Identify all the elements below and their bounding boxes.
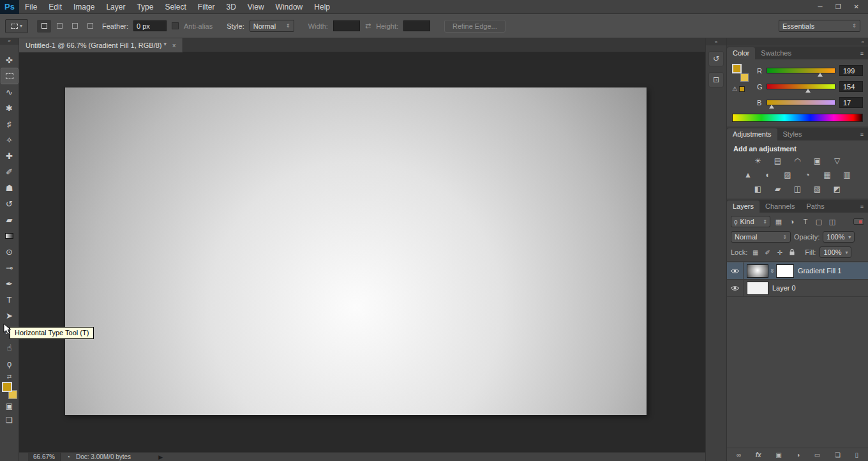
style-select[interactable]: Normal ⇕ — [250, 20, 294, 32]
status-menu-arrow-icon[interactable]: ▶ — [158, 454, 163, 460]
history-panel-button[interactable]: ↺ — [708, 51, 724, 66]
layer-list-empty-area[interactable] — [727, 297, 868, 448]
crop-tool[interactable]: ♯ — [1, 116, 18, 132]
adjustments-panel-menu-icon[interactable]: ≡ — [856, 129, 868, 140]
hand-tool[interactable]: ☝ — [1, 340, 18, 355]
slider-caret[interactable] — [805, 89, 811, 93]
width-input[interactable] — [333, 20, 360, 31]
horizontal-type-tool[interactable]: T — [1, 292, 18, 307]
visibility-toggle[interactable] — [727, 262, 744, 279]
exposure-icon[interactable]: ▣ — [811, 156, 825, 166]
photo-filter-icon[interactable]: ◔ — [800, 170, 814, 180]
red-value-field[interactable]: 199 — [839, 65, 863, 76]
move-tool[interactable]: ✜ — [1, 52, 18, 68]
layer-name[interactable]: Layer 0 — [772, 284, 796, 292]
curves-icon[interactable]: ◠ — [791, 156, 805, 166]
lock-position-icon[interactable]: ✛ — [775, 249, 784, 256]
eraser-tool[interactable]: ▰ — [1, 212, 18, 227]
new-layer-icon[interactable]: ❏ — [835, 451, 841, 458]
threshold-icon[interactable]: ◫ — [791, 185, 805, 194]
delete-layer-icon[interactable]: ▯ — [855, 451, 858, 458]
dodge-tool[interactable]: ⊸ — [1, 260, 18, 275]
layer-mask-thumbnail[interactable] — [776, 264, 794, 278]
filter-smart-objects-icon[interactable]: ◫ — [827, 218, 837, 226]
tab-channels[interactable]: Channels — [760, 200, 800, 213]
status-icon[interactable]: ◔ — [66, 453, 70, 460]
slider-caret[interactable] — [769, 105, 774, 109]
color-spectrum-ramp[interactable] — [732, 114, 863, 122]
filter-adjustment-layers-icon[interactable]: ◑ — [787, 218, 797, 225]
menu-select[interactable]: Select — [159, 0, 191, 14]
filter-shape-layers-icon[interactable]: ▢ — [814, 218, 824, 226]
mask-link-icon[interactable]: ∞ — [769, 267, 775, 275]
green-value-field[interactable]: 154 — [839, 81, 863, 92]
zoom-tool[interactable]: ϙ — [1, 356, 18, 371]
background-color-swatch[interactable] — [740, 73, 749, 82]
swap-colors-icon[interactable]: ⇄ — [7, 374, 12, 380]
gamut-warning-icon[interactable]: ⚠ — [732, 86, 737, 92]
tab-styles[interactable]: Styles — [777, 128, 808, 140]
levels-icon[interactable]: ▤ — [771, 156, 785, 166]
visibility-toggle[interactable] — [727, 280, 744, 296]
new-group-icon[interactable]: ▭ — [814, 451, 820, 458]
menu-type[interactable]: Type — [131, 0, 159, 14]
quick-selection-tool[interactable]: ✱ — [1, 100, 18, 116]
vibrance-icon[interactable]: ▽ — [830, 156, 844, 166]
tab-close-icon[interactable]: × — [172, 42, 176, 49]
restore-button[interactable]: ❐ — [835, 3, 841, 10]
refine-edge-button[interactable]: Refine Edge... — [444, 20, 505, 33]
tab-paths[interactable]: Paths — [801, 200, 830, 213]
layer-name[interactable]: Gradient Fill 1 — [798, 267, 841, 275]
opacity-field[interactable]: 100% ▾ — [823, 231, 855, 243]
history-brush-tool[interactable]: ↺ — [1, 196, 18, 211]
menu-filter[interactable]: Filter — [192, 0, 221, 14]
menu-image[interactable]: Image — [68, 0, 100, 14]
gradient-map-icon[interactable]: ◩ — [830, 185, 844, 194]
tab-layers[interactable]: Layers — [727, 200, 760, 213]
canvas-pasteboard[interactable] — [19, 52, 705, 452]
eyedropper-tool[interactable]: ✧ — [1, 132, 18, 147]
layer-row-layer-0[interactable]: Layer 0 — [727, 280, 868, 297]
zoom-level-field[interactable]: 66.67% — [28, 453, 61, 461]
height-input[interactable] — [403, 20, 430, 31]
lasso-tool[interactable]: ∿ — [1, 84, 18, 100]
workspace-select[interactable]: Essentials ⇕ — [779, 20, 860, 32]
antialias-checkbox[interactable] — [172, 22, 179, 29]
filter-kind-select[interactable]: ϙ Kind ⇕ — [731, 216, 770, 227]
color-panel-menu-icon[interactable]: ≡ — [856, 48, 868, 59]
document-tab[interactable]: Untitled-1 @ 66.7% (Gradient Fill 1, RGB… — [19, 38, 183, 52]
menu-file[interactable]: File — [19, 0, 43, 14]
lock-transparency-icon[interactable]: ▦ — [751, 249, 760, 256]
link-dimensions-icon[interactable]: ⇄ — [365, 22, 371, 30]
document-canvas[interactable] — [65, 87, 647, 415]
gamut-color-swatch[interactable] — [739, 86, 745, 92]
green-slider[interactable] — [767, 84, 835, 89]
toolbar-collapse-icon[interactable]: « — [0, 38, 19, 45]
menu-layer[interactable]: Layer — [100, 0, 131, 14]
spot-healing-brush-tool[interactable]: ✚ — [1, 148, 18, 163]
fill-field[interactable]: 100% ▾ — [819, 246, 851, 258]
menu-window[interactable]: Window — [270, 0, 309, 14]
tool-preset-picker[interactable]: ▾ — [5, 19, 28, 33]
menu-edit[interactable]: Edit — [43, 0, 68, 14]
hue-saturation-icon[interactable]: ▲ — [741, 170, 755, 180]
feather-input[interactable] — [133, 20, 167, 31]
color-lookup-icon[interactable]: ▥ — [840, 170, 854, 180]
new-adjustment-layer-icon[interactable]: ◑ — [796, 451, 800, 458]
gradient-fill-thumbnail[interactable] — [747, 264, 768, 278]
color-balance-icon[interactable]: ◐ — [761, 170, 775, 180]
layer-thumbnail[interactable] — [747, 282, 768, 295]
invert-icon[interactable]: ◧ — [751, 185, 765, 194]
red-slider[interactable] — [767, 68, 835, 73]
layers-panel-menu-icon[interactable]: ≡ — [856, 201, 868, 213]
filter-toggle-switch[interactable] — [853, 218, 864, 225]
foreground-color-swatch[interactable] — [732, 64, 742, 73]
link-layers-icon[interactable]: ∞ — [737, 451, 741, 458]
expand-panels-icon[interactable]: « — [706, 38, 726, 45]
black-white-icon[interactable]: ▨ — [781, 170, 795, 180]
lock-all-icon[interactable] — [788, 248, 796, 257]
channel-mixer-icon[interactable]: ▦ — [820, 170, 834, 180]
filter-pixel-layers-icon[interactable]: ▦ — [774, 218, 784, 226]
menu-view[interactable]: View — [242, 0, 270, 14]
foreground-color-swatch[interactable] — [2, 382, 12, 392]
